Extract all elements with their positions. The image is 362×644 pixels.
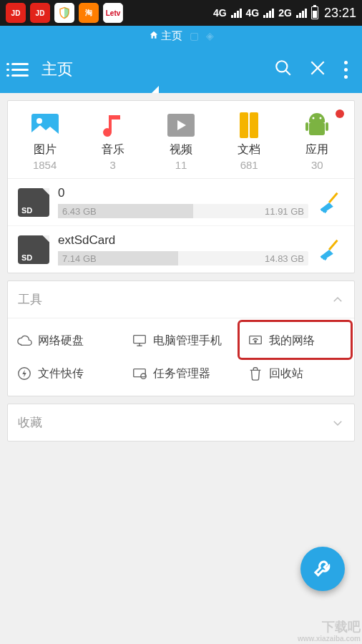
category-count: 11 [152,159,210,171]
android-icon [288,111,346,140]
storage-bar: 6.43 GB 11.91 GB [58,204,308,218]
sdcard-icon [18,235,49,264]
status-tray: JD JD 淘 Letv [6,3,123,23]
tool-task-manager[interactable]: 任务管理器 [123,357,238,390]
status-indicators: 4G 4G 2G 23:21 [213,6,356,21]
storage-name: extSdCard [58,233,308,248]
sdcard-icon [18,188,49,217]
status-bar: JD JD 淘 Letv 4G 4G 2G 23:21 [0,0,362,26]
tool-label: 回收站 [269,366,303,381]
tray-icon-jd: JD [30,3,50,23]
close-button[interactable] [307,59,328,80]
category-label: 音乐 [84,142,142,157]
watermark-text: 下载吧 [322,620,361,634]
storage-name: 0 [58,186,308,200]
tray-icon-letv: Letv [103,3,123,23]
overflow-menu-button[interactable] [341,61,351,79]
svg-rect-10 [305,122,308,131]
chevron-down-icon [331,416,344,429]
title-dropdown[interactable]: 主页 [41,59,260,80]
category-images[interactable]: 图片 1854 [16,111,74,171]
svg-line-14 [329,192,337,202]
network-label-4g: 4G [246,7,260,19]
favorites-header[interactable]: 收藏 [8,404,354,441]
tool-label: 任务管理器 [153,366,210,381]
tool-label: 电脑管理手机 [153,333,222,348]
clock: 23:21 [324,6,356,21]
tools-card: 工具 网络硬盘 电脑管理手机 我的网络 文件快传 [7,280,355,396]
badge-icon [336,109,344,118]
tool-file-transfer[interactable]: 文件快传 [8,357,123,390]
trash-icon [248,366,263,381]
clean-button[interactable] [317,236,344,263]
fab-tools-button[interactable] [300,547,345,591]
tab-home[interactable]: 主页 [149,29,182,43]
cloud-icon [16,333,32,348]
tool-label: 文件快传 [38,366,84,381]
category-count: 1854 [16,159,74,171]
category-count: 3 [84,159,142,171]
svg-line-15 [329,240,337,249]
svg-rect-22 [134,369,146,377]
category-label: 视频 [152,142,210,157]
category-docs[interactable]: 文档 681 [220,111,278,171]
svg-rect-16 [134,336,146,343]
tab-banner: 主页 ▢ ◈ [0,26,362,46]
category-music[interactable]: 音乐 3 [84,111,142,171]
tools-title: 工具 [18,291,42,308]
music-icon [84,111,142,140]
watermark-url: www.xiazaiba.com [298,635,361,643]
storage-bar: 7.14 GB 14.83 GB [58,251,308,265]
storage-used: 6.43 GB [58,206,97,217]
page-title: 主页 [41,59,73,80]
storage-row-external[interactable]: extSdCard 7.14 GB 14.83 GB [8,225,354,273]
category-count: 681 [220,159,278,171]
top-bar: 主页 [0,46,362,93]
tray-icon-shield [54,3,74,23]
storage-row-internal[interactable]: 0 6.43 GB 11.91 GB [8,179,354,225]
svg-rect-9 [309,122,325,135]
tab-extra-icon: ▢ [190,30,199,42]
category-label: 文档 [220,142,278,157]
monitor-icon [132,333,147,348]
storage-used: 7.14 GB [58,253,97,264]
tool-network-disk[interactable]: 网络硬盘 [8,324,123,357]
category-count: 30 [288,159,346,171]
image-icon [16,111,74,140]
storage-total: 11.91 GB [265,206,304,217]
tab-home-label: 主页 [161,29,182,43]
video-icon [152,111,210,140]
svg-rect-8 [250,112,258,138]
menu-button[interactable] [11,63,29,77]
tools-header[interactable]: 工具 [8,281,354,318]
chevron-up-icon [331,293,344,306]
watermark: 下载吧 www.xiazaiba.com [298,620,361,643]
svg-line-1 [285,70,290,75]
search-button[interactable] [273,59,294,80]
tray-icon-taobao: 淘 [79,3,99,23]
signal-bars-icon [231,8,242,18]
svg-rect-11 [326,122,328,131]
signal-bars-icon [263,8,274,18]
storage-total: 14.83 GB [265,253,304,264]
dropdown-triangle-icon [152,86,159,93]
battery-icon [311,6,318,19]
tool-label: 网络硬盘 [38,333,84,348]
category-apps[interactable]: 应用 30 [288,111,346,171]
clean-button[interactable] [317,189,344,216]
tray-icon-jd: JD [6,3,26,23]
tab-wifi-icon: ◈ [206,30,214,42]
network-label-4g: 4G [213,7,227,19]
network-label-2g: 2G [278,7,292,19]
svg-point-5 [36,118,42,124]
tool-recycle-bin[interactable]: 回收站 [239,357,354,390]
favorites-title: 收藏 [18,414,42,431]
svg-rect-7 [240,112,248,138]
tool-my-network[interactable]: 我的网络 [239,324,354,357]
tool-pc-manage[interactable]: 电脑管理手机 [123,324,238,357]
category-video[interactable]: 视频 11 [152,111,210,171]
tool-label: 我的网络 [269,333,315,348]
svg-point-0 [276,61,287,72]
categories-card: 图片 1854 音乐 3 视频 11 [7,100,355,273]
category-label: 图片 [16,142,74,157]
